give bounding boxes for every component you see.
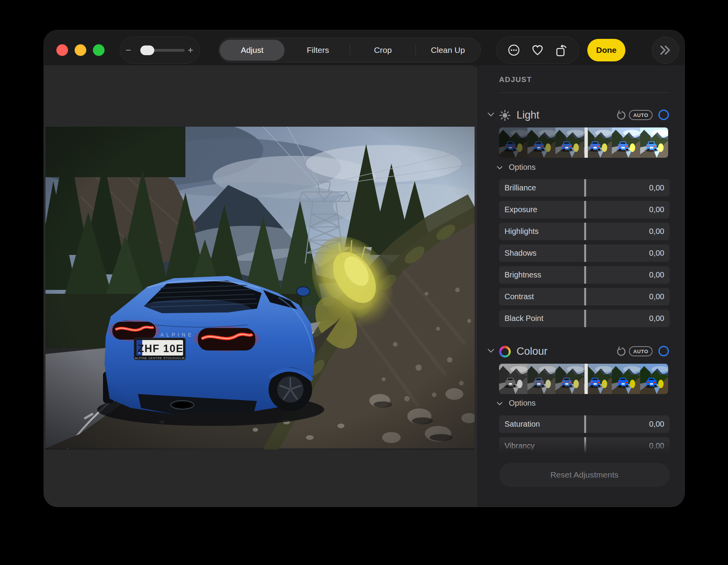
chevron-down-icon[interactable] (487, 112, 494, 119)
slider-label: Contrast (505, 288, 534, 305)
enabled-toggle-colour[interactable] (658, 346, 669, 356)
slider-handle[interactable] (584, 266, 586, 284)
slider-value: 0,00 (649, 415, 664, 433)
slider-label: Highlights (505, 223, 539, 240)
tab-filters[interactable]: Filters (285, 38, 350, 62)
slider-value: 0,00 (649, 310, 664, 327)
adjust-sidebar: ADJUST Light AUTO (477, 65, 684, 507)
double-chevron-right-icon[interactable] (652, 37, 679, 64)
slider-value: 0,00 (649, 266, 664, 284)
slider-value: 0,00 (649, 244, 664, 262)
slider-value: 0,00 (649, 201, 664, 218)
zoom-slider-control: − + (120, 37, 200, 64)
edited-photo: ALPINE S ZHF 10E ALPINE CENTRE STOCKHOLM (45, 127, 475, 450)
slider-label: Saturation (505, 415, 540, 433)
photo-canvas: ALPINE S ZHF 10E ALPINE CENTRE STOCKHOLM (44, 65, 476, 507)
done-button[interactable]: Done (587, 39, 625, 61)
slider-label: Brilliance (505, 179, 536, 197)
slider-brilliance[interactable]: Brilliance 0,00 (499, 179, 670, 197)
options-row-light[interactable]: Options (477, 163, 684, 173)
divider (499, 92, 670, 93)
toolbar-actions-group (496, 37, 579, 64)
enabled-toggle-light[interactable] (658, 110, 669, 120)
options-label: Options (509, 399, 536, 408)
colour-wheel-icon (499, 346, 511, 357)
favorite-heart-icon[interactable] (531, 43, 545, 57)
scroll-fade (498, 440, 671, 459)
slider-handle[interactable] (584, 288, 586, 305)
section-title-colour: Colour (517, 345, 548, 357)
slider-saturation[interactable]: Saturation 0,00 (499, 415, 670, 433)
slider-exposure[interactable]: Exposure 0,00 (499, 201, 670, 218)
sun-icon (499, 110, 511, 123)
zoom-slider-track[interactable] (141, 49, 185, 52)
slider-contrast[interactable]: Contrast 0,00 (499, 288, 670, 305)
slider-shadows[interactable]: Shadows 0,00 (499, 244, 670, 262)
strip-scrubber-handle[interactable] (584, 127, 588, 158)
slider-value: 0,00 (649, 179, 664, 197)
colour-intensity-strip[interactable] (499, 364, 668, 394)
photos-edit-window: − + Adjust Filters Crop Clean Up (44, 30, 685, 507)
toolbar: − + Adjust Filters Crop Clean Up (44, 30, 684, 65)
rotate-icon[interactable] (554, 43, 568, 57)
slider-handle[interactable] (584, 201, 586, 218)
light-intensity-strip[interactable] (499, 127, 668, 158)
undo-icon[interactable] (616, 346, 627, 357)
segment-divider (350, 45, 350, 55)
auto-button-colour[interactable]: AUTO (629, 346, 653, 356)
slider-handle[interactable] (584, 310, 586, 327)
slider-handle[interactable] (584, 223, 586, 240)
slider-label: Brightness (505, 266, 541, 284)
slider-label: Exposure (505, 201, 538, 218)
section-title-light: Light (517, 109, 539, 121)
section-header-light: Light AUTO (477, 109, 684, 122)
slider-black-point[interactable]: Black Point 0,00 (499, 310, 670, 327)
options-row-colour[interactable]: Options (477, 399, 684, 409)
chevron-down-icon[interactable] (497, 401, 503, 408)
reset-adjustments-button[interactable]: Reset Adjustments (499, 463, 670, 487)
more-ellipsis-circle-icon[interactable] (507, 43, 521, 57)
slider-handle[interactable] (584, 415, 586, 433)
zoom-slider-thumb[interactable] (140, 45, 154, 55)
segment-divider (416, 45, 416, 55)
auto-button-light[interactable]: AUTO (629, 110, 653, 120)
strip-scrubber-handle[interactable] (584, 364, 588, 394)
minimize-button[interactable] (75, 44, 86, 56)
section-header-colour: Colour AUTO (477, 345, 684, 358)
slider-brightness[interactable]: Brightness 0,00 (499, 266, 670, 284)
slider-highlights[interactable]: Highlights 0,00 (499, 223, 670, 240)
slider-handle[interactable] (584, 179, 586, 197)
slider-value: 0,00 (649, 223, 664, 240)
edit-mode-segmented-control: Adjust Filters Crop Clean Up (218, 38, 481, 63)
undo-icon[interactable] (616, 110, 627, 121)
slider-label: Shadows (505, 244, 536, 262)
slider-handle[interactable] (584, 244, 586, 262)
tab-adjust[interactable]: Adjust (220, 40, 285, 61)
slider-label: Black Point (505, 310, 543, 327)
zoom-in-button[interactable]: + (188, 37, 193, 63)
tab-clean-up[interactable]: Clean Up (416, 38, 480, 62)
tab-crop[interactable]: Crop (351, 38, 416, 62)
options-label: Options (509, 163, 536, 172)
sidebar-title: ADJUST (499, 75, 532, 84)
chevron-down-icon[interactable] (497, 165, 503, 172)
close-button[interactable] (56, 44, 68, 56)
zoom-out-button[interactable]: − (126, 37, 131, 63)
slider-value: 0,00 (649, 288, 664, 305)
zoom-window-button[interactable] (93, 44, 105, 56)
chevron-down-icon[interactable] (487, 348, 494, 355)
